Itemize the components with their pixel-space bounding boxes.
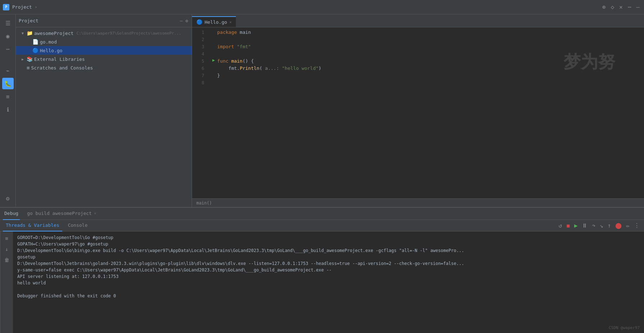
line-code-1: package main — [217, 29, 644, 36]
tree-item-hello-go[interactable]: 🔵 Hello.go — [16, 46, 192, 55]
sidebar-icon-settings[interactable]: ⚙ — [2, 193, 14, 204]
bottom-tab-debug[interactable]: Debug — [3, 208, 20, 220]
file-tree-title: Project — [19, 18, 38, 23]
file-tree-minimize[interactable]: — — [179, 18, 183, 24]
root-path: C:\Users\waper97\GolandProjects\awesomeP… — [77, 31, 181, 36]
code-line-5: 5 ▶ func main() { — [192, 58, 644, 65]
debug-btn-mute[interactable]: ⬤ — [614, 221, 623, 230]
line-num-3: 3 — [192, 43, 210, 50]
debug-btn-restart[interactable]: ↺ — [557, 221, 564, 230]
bottom-content: ≡ ↓ 🗑 GOROOT=D:\DevelopmentTool\Go #gose… — [0, 231, 644, 333]
file-tree-actions: — ⚙ — [179, 18, 189, 24]
root-chevron: ▼ — [22, 31, 25, 35]
file-tree-gear[interactable]: ⚙ — [185, 18, 189, 24]
side-tool-filter[interactable]: ≡ — [2, 234, 12, 243]
debug-btn-step-over[interactable]: ↷ — [590, 221, 597, 230]
debug-btn-more[interactable]: ⋮ — [632, 221, 641, 230]
line-code-4 — [217, 50, 644, 58]
navigate-action[interactable]: ⊕ — [601, 3, 607, 11]
code-line-7: 7 } — [192, 72, 644, 79]
code-line-1: 1 package main — [192, 29, 644, 36]
line-num-6: 6 — [192, 65, 210, 72]
line-num-7: 7 — [192, 72, 210, 79]
tree-item-scratches[interactable]: ≡ Scratches and Consoles — [16, 63, 192, 72]
more-action[interactable]: ⋯ — [626, 3, 633, 11]
line-code-5: func main() { — [217, 58, 644, 65]
project-name: Project — [12, 4, 32, 10]
debug-btn-step-into[interactable]: ↘ — [598, 221, 605, 230]
tree-item-external-libs[interactable]: ▶ 📚 External Libraries — [16, 55, 192, 63]
tree-item-go-mod[interactable]: 📄 go.mod — [16, 37, 192, 46]
debug-btn-pause[interactable]: ⏸ — [580, 221, 589, 230]
line-code-7: } — [217, 72, 644, 79]
console-line-5: D:\DevelopmentTool\Jetbrains\goland-2023… — [17, 260, 640, 267]
debug-toolbar: ↺ ◼ ▶ ⏸ ↷ ↘ ↑ ⬤ ✏ ⋮ — [557, 221, 641, 230]
close-action[interactable]: ✕ — [618, 3, 624, 11]
file-tree-body: ▼ 📁 awesomeProject C:\Users\waper97\Gola… — [16, 27, 192, 207]
sidebar-icon-debug[interactable]: 🐛 — [2, 78, 14, 89]
line-num-5: 5 — [192, 58, 210, 65]
code-area: 🔵 Hello.go ✕ 1 package main 2 3 — [192, 14, 644, 207]
external-libs-label: External Libraries — [34, 57, 85, 62]
sidebar-icon-more[interactable]: ⋯ — [2, 43, 14, 55]
console-line-3: D:\DevelopmentTool\Go\bin\go.exe build -… — [17, 247, 640, 254]
debug-btn-step-out[interactable]: ↑ — [606, 221, 613, 230]
root-label: awesomeProject — [34, 31, 74, 36]
run-arrow-icon[interactable]: ▶ — [212, 58, 215, 63]
side-tool-download[interactable]: ↓ — [2, 244, 12, 254]
editor-tab-bar: 🔵 Hello.go ✕ — [192, 14, 644, 27]
file-tree-header: Project — ⚙ — [16, 14, 192, 27]
external-libs-icon: 📚 — [27, 56, 33, 62]
line-code-2 — [217, 36, 644, 43]
scratches-icon: ≡ — [27, 65, 29, 71]
console-line-1: GOROOT=D:\DevelopmentTool\Go #gosetup — [17, 234, 640, 241]
tab-label-hello-go: Hello.go — [205, 19, 227, 25]
console-line-empty — [17, 286, 640, 293]
console-line-hello: hello world — [17, 280, 640, 286]
sidebar-icon-info[interactable]: ℹ — [2, 104, 14, 115]
code-editor[interactable]: 1 package main 2 3 import "fmt" 4 — [192, 27, 644, 198]
tree-item-root[interactable]: ▼ 📁 awesomeProject C:\Users\waper97\Gola… — [16, 29, 192, 37]
sidebar-icon-terminal[interactable]: ≡ — [2, 91, 14, 102]
debug-subtab-threads[interactable]: Threads & Variables — [3, 220, 62, 231]
bottom-tab-debug-label: Debug — [4, 211, 18, 216]
debug-subtab-threads-label: Threads & Variables — [6, 222, 59, 228]
bottom-side-toolbar: ≡ ↓ 🗑 — [0, 231, 13, 333]
minimize-action[interactable]: — — [635, 3, 641, 11]
line-num-2: 2 — [192, 36, 210, 43]
debug-subtab-console[interactable]: Console — [65, 220, 91, 231]
bottom-tab-go-build-label: go build awesomeProject — [27, 211, 92, 216]
debug-btn-clear[interactable]: ✏ — [625, 221, 631, 230]
tab-close-hello-go[interactable]: ✕ — [229, 20, 232, 24]
file-tree-panel: Project — ⚙ ▼ 📁 awesomeProject C:\Users\… — [16, 14, 192, 207]
console-line-4: gosetup — [17, 254, 640, 260]
line-num-8: 8 — [192, 79, 210, 86]
bottom-tab-go-build[interactable]: go build awesomeProject ✕ — [26, 208, 98, 220]
scratches-label: Scratches and Consoles — [31, 65, 93, 71]
code-line-4: 4 — [192, 50, 644, 58]
line-gutter-5: ▶ — [210, 58, 217, 63]
sidebar-icon-project[interactable]: ◉ — [2, 30, 14, 42]
bottom-tab-go-build-close[interactable]: ✕ — [94, 211, 96, 216]
debug-btn-stop[interactable]: ◼ — [565, 221, 571, 230]
sidebar-icon-menu[interactable]: ☰ — [2, 17, 14, 29]
bottom-tab-bar: Debug go build awesomeProject ✕ — [0, 208, 644, 220]
hello-go-label: Hello.go — [40, 48, 63, 53]
console-output[interactable]: GOROOT=D:\DevelopmentTool\Go #gosetup GO… — [13, 231, 644, 333]
sidebar-icon-structure[interactable]: ⌁ — [2, 65, 14, 76]
console-line-7: API server listening at: 127.0.0.1:1753 — [17, 273, 640, 280]
bottom-panel: Debug go build awesomeProject ✕ Threads … — [0, 207, 644, 333]
tab-hello-go[interactable]: 🔵 Hello.go ✕ — [192, 16, 236, 27]
sidebar-icons: ☰ ◉ ⋯ ⌁ 🐛 ≡ ℹ ⚙ — [0, 14, 16, 207]
debug-subtab-console-label: Console — [68, 222, 88, 228]
root-folder-icon: 📁 — [27, 30, 33, 36]
debug-btn-resume[interactable]: ▶ — [573, 221, 579, 230]
code-line-2: 2 — [192, 36, 644, 43]
side-tool-delete[interactable]: 🗑 — [2, 255, 12, 265]
bookmark-action[interactable]: ◇ — [609, 3, 616, 11]
line-code-6: fmt.Println( a...: "hello world") — [217, 65, 644, 72]
project-icon: P — [3, 4, 9, 10]
line-code-8 — [217, 79, 644, 86]
console-line-6: y-same-user=false exec C:\Users\waper97\… — [17, 267, 640, 273]
csdn-credit: CSDN @waper97 — [609, 325, 640, 330]
